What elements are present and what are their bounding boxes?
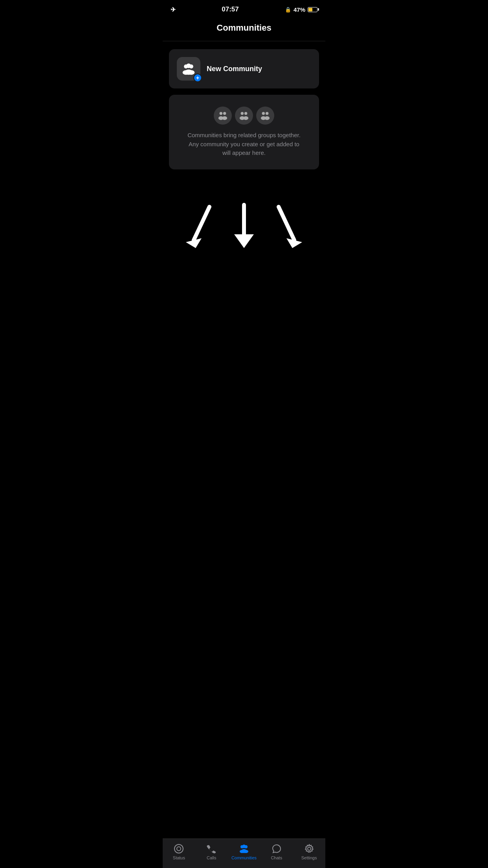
svg-point-15 xyxy=(266,112,268,115)
arrows-container xyxy=(163,203,325,250)
plus-badge: + xyxy=(193,74,202,82)
svg-point-6 xyxy=(220,112,222,115)
group-people-icon-1 xyxy=(218,110,228,121)
status-bar: ✈ 07:57 🔒 47% xyxy=(163,0,325,17)
group-icons-row xyxy=(214,107,274,125)
svg-line-22 xyxy=(279,207,294,240)
group-icon-2 xyxy=(235,107,253,125)
svg-marker-23 xyxy=(286,238,302,248)
svg-line-18 xyxy=(194,207,209,240)
svg-point-2 xyxy=(186,63,191,68)
group-people-icon-2 xyxy=(239,110,249,121)
page-title: Communities xyxy=(171,23,317,33)
center-arrow xyxy=(228,203,260,250)
svg-point-10 xyxy=(241,112,244,115)
svg-point-14 xyxy=(262,112,265,115)
status-time: 07:57 xyxy=(222,6,238,13)
status-right: 🔒 47% xyxy=(285,6,317,13)
svg-point-9 xyxy=(222,116,227,120)
svg-point-7 xyxy=(223,112,226,115)
svg-point-11 xyxy=(244,112,247,115)
info-description: Communities bring related groups togethe… xyxy=(185,131,303,158)
group-people-icon-3 xyxy=(260,110,270,121)
community-group-icon xyxy=(182,62,195,75)
page-wrapper: ✈ 07:57 🔒 47% Communities xyxy=(163,0,325,289)
battery-percent: 47% xyxy=(294,6,305,13)
left-arrow xyxy=(182,203,213,250)
status-left: ✈ xyxy=(171,6,176,13)
new-community-card[interactable]: + New Community xyxy=(169,49,319,88)
info-card: Communities bring related groups togethe… xyxy=(169,95,319,169)
svg-point-13 xyxy=(243,116,248,120)
group-icon-3 xyxy=(256,107,274,125)
page-header: Communities xyxy=(163,17,325,41)
group-icon-1 xyxy=(214,107,232,125)
lock-icon: 🔒 xyxy=(285,7,291,13)
svg-marker-21 xyxy=(234,234,254,248)
svg-point-5 xyxy=(185,70,193,75)
svg-marker-19 xyxy=(186,238,202,248)
new-community-icon-wrapper: + xyxy=(177,57,200,81)
right-arrow xyxy=(275,203,306,250)
svg-point-17 xyxy=(264,116,270,120)
plus-icon: + xyxy=(196,75,199,81)
new-community-label: New Community xyxy=(207,65,262,73)
airplane-icon: ✈ xyxy=(171,6,176,13)
main-content: + New Community xyxy=(163,41,325,177)
battery-icon xyxy=(308,7,317,12)
